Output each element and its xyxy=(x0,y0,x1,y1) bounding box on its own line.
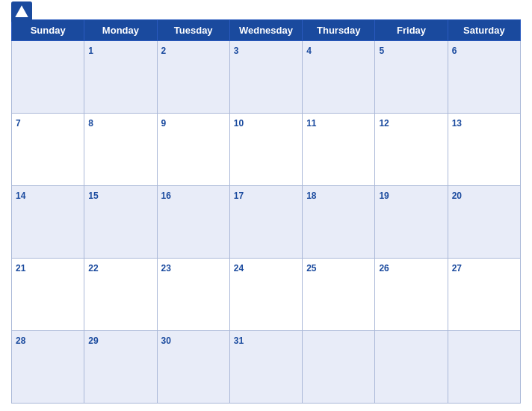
calendar-cell: 18 xyxy=(303,186,375,259)
calendar-cell: 30 xyxy=(157,331,229,404)
logo xyxy=(11,1,35,22)
day-number: 28 xyxy=(16,336,25,346)
calendar-cell: 21 xyxy=(12,259,84,331)
day-number: 16 xyxy=(161,191,171,201)
day-number: 12 xyxy=(379,118,389,129)
calendar-cell: 28 xyxy=(12,331,84,404)
day-number: 30 xyxy=(161,336,171,346)
day-number: 18 xyxy=(306,191,316,201)
day-number: 26 xyxy=(379,263,389,274)
calendar-cell: 3 xyxy=(229,41,302,114)
day-number: 27 xyxy=(452,263,462,274)
calendar-cell: 8 xyxy=(84,114,157,186)
weekday-monday: Monday xyxy=(84,20,157,41)
day-number: 21 xyxy=(16,263,25,274)
day-number: 7 xyxy=(16,118,21,129)
day-number: 24 xyxy=(234,263,244,274)
calendar-cell: 26 xyxy=(375,259,448,331)
day-number: 9 xyxy=(161,118,167,129)
day-number: 5 xyxy=(379,46,384,56)
calendar-table: SundayMondayTuesdayWednesdayThursdayFrid… xyxy=(11,19,521,404)
day-number: 23 xyxy=(161,263,171,274)
day-number: 8 xyxy=(88,118,93,129)
day-number: 6 xyxy=(452,46,457,56)
day-number: 3 xyxy=(234,46,239,56)
calendar-cell: 22 xyxy=(84,259,157,331)
day-number: 20 xyxy=(452,191,462,201)
week-row-1: 123456 xyxy=(12,41,521,114)
weekday-tuesday: Tuesday xyxy=(157,20,229,41)
weekday-header-row: SundayMondayTuesdayWednesdayThursdayFrid… xyxy=(12,20,521,41)
calendar-cell: 17 xyxy=(229,186,302,259)
calendar-cell xyxy=(12,41,84,114)
calendar-cell: 23 xyxy=(157,259,229,331)
calendar-cell: 19 xyxy=(375,186,448,259)
day-number: 19 xyxy=(379,191,389,201)
day-number: 13 xyxy=(452,118,462,129)
day-number: 14 xyxy=(16,191,25,201)
calendar-cell: 16 xyxy=(157,186,229,259)
day-number: 25 xyxy=(306,263,316,274)
calendar-cell: 29 xyxy=(84,331,157,404)
day-number: 15 xyxy=(88,191,98,201)
weekday-saturday: Saturday xyxy=(448,20,520,41)
day-number: 2 xyxy=(161,46,167,56)
weekday-sunday: Sunday xyxy=(12,20,84,41)
calendar-cell: 11 xyxy=(303,114,375,186)
week-row-4: 21222324252627 xyxy=(12,259,521,331)
calendar-cell: 12 xyxy=(375,114,448,186)
calendar-cell: 25 xyxy=(303,259,375,331)
calendar-cell: 7 xyxy=(12,114,84,186)
calendar-cell: 15 xyxy=(84,186,157,259)
calendar-cell xyxy=(375,331,448,404)
calendar-cell: 6 xyxy=(448,41,520,114)
day-number: 1 xyxy=(88,46,93,56)
calendar-cell: 27 xyxy=(448,259,520,331)
week-row-3: 14151617181920 xyxy=(12,186,521,259)
calendar-cell: 4 xyxy=(303,41,375,114)
calendar-cell: 13 xyxy=(448,114,520,186)
calendar-cell xyxy=(448,331,520,404)
day-number: 29 xyxy=(88,336,98,346)
calendar-cell: 1 xyxy=(84,41,157,114)
calendar-header xyxy=(11,7,521,16)
calendar-cell: 5 xyxy=(375,41,448,114)
weekday-thursday: Thursday xyxy=(303,20,375,41)
calendar-cell: 2 xyxy=(157,41,229,114)
day-number: 4 xyxy=(306,46,312,56)
day-number: 22 xyxy=(88,263,98,274)
day-number: 11 xyxy=(306,118,316,129)
calendar-cell: 24 xyxy=(229,259,302,331)
weekday-wednesday: Wednesday xyxy=(229,20,302,41)
calendar-cell: 10 xyxy=(229,114,302,186)
day-number: 17 xyxy=(234,191,244,201)
week-row-2: 78910111213 xyxy=(12,114,521,186)
calendar-cell: 20 xyxy=(448,186,520,259)
weekday-friday: Friday xyxy=(375,20,448,41)
day-number: 10 xyxy=(234,118,244,129)
logo-icon xyxy=(11,1,32,22)
calendar-cell: 31 xyxy=(229,331,302,404)
calendar-cell: 9 xyxy=(157,114,229,186)
calendar-cell: 14 xyxy=(12,186,84,259)
calendar-cell xyxy=(303,331,375,404)
day-number: 31 xyxy=(234,336,244,346)
week-row-5: 28293031 xyxy=(12,331,521,404)
